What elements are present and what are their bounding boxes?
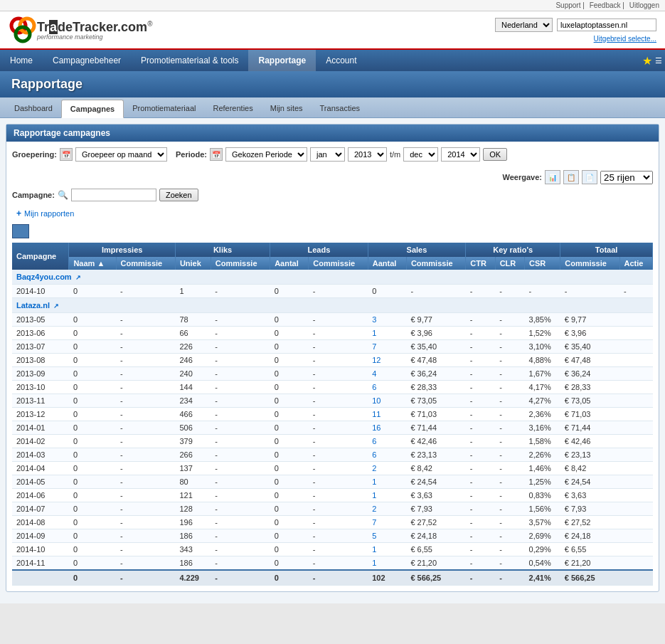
sale-link[interactable]: 5 xyxy=(372,532,376,540)
nav-extra-icon[interactable]: ☰ xyxy=(655,56,662,65)
rapportage-card: Rapportage campagnes Groepering: 📅 Groep… xyxy=(6,124,659,592)
zoeken-button[interactable]: Zoeken xyxy=(159,189,198,201)
weergave-icon-3[interactable]: 📄 xyxy=(582,170,597,184)
cell-clr: - xyxy=(495,394,524,408)
nav-promotiemateriaal[interactable]: Promotiemateriaal & tools xyxy=(131,50,248,71)
cell-lead-aantal: 0 xyxy=(270,516,309,529)
sale-link[interactable]: 10 xyxy=(372,396,381,405)
sale-link[interactable]: 2 xyxy=(372,464,376,473)
sale-link[interactable]: 1 xyxy=(372,477,376,486)
nav-home[interactable]: Home xyxy=(0,50,43,71)
mijn-rapporten[interactable]: + Mijn rapporten xyxy=(12,206,653,221)
external-link-icon[interactable]: ↗ xyxy=(53,302,59,310)
sale-link[interactable]: 12 xyxy=(372,356,381,364)
cell-ctr: - xyxy=(466,340,495,354)
support-link[interactable]: Support xyxy=(555,1,580,9)
cell-imp-aantal: 0 xyxy=(69,462,116,475)
campaign-link[interactable]: Baqz4you.com xyxy=(16,273,72,281)
cell-clr: - xyxy=(495,516,524,529)
sh-lead-aantal: Aantal xyxy=(270,257,309,270)
cell-actie xyxy=(619,448,652,462)
groepering-select[interactable]: Groepeer op maand Groepeer op week Groep… xyxy=(75,147,167,162)
cell-ctr: - xyxy=(466,502,495,516)
from-month-select[interactable]: janfebmrtapr meijunjulaug sepoktnovdec xyxy=(310,147,345,162)
nav-account[interactable]: Account xyxy=(316,50,366,71)
tab-transacties[interactable]: Transacties xyxy=(312,100,368,117)
sale-link[interactable]: 1 xyxy=(372,545,376,554)
sale-link[interactable]: 6 xyxy=(372,383,376,391)
to-year-select[interactable]: 20132014 xyxy=(441,147,480,162)
sale-link[interactable]: 1 xyxy=(372,491,376,500)
cell-totaal-comm: € 28,33 xyxy=(560,381,619,394)
cell-imp-aantal: 0 xyxy=(69,543,116,556)
cell-period: 2014-09 xyxy=(12,529,69,543)
nav-rapportage[interactable]: Rapportage xyxy=(248,50,316,71)
cell-period: 2013-11 xyxy=(12,394,69,408)
cell-lead-comm: - xyxy=(309,421,368,435)
cell-ctr: - xyxy=(466,556,495,571)
tab-dashboard[interactable]: Dashboard xyxy=(6,100,61,117)
cell-clr: - xyxy=(495,421,524,435)
tab-referenties[interactable]: Referenties xyxy=(204,100,261,117)
cell-csr: 1,67% xyxy=(525,367,560,381)
weergave-icon-1[interactable]: 📊 xyxy=(545,170,560,184)
weergave-icon-2[interactable]: 📋 xyxy=(563,170,579,184)
feedback-link[interactable]: Feedback xyxy=(590,1,621,9)
table-row: 2013-11 0 - 234 - 0 - 10 € 73,05 - - 4,2… xyxy=(12,394,653,408)
cell-lead-aantal: 0 xyxy=(270,502,309,516)
sale-link[interactable]: 1 xyxy=(372,329,376,337)
cell-clr: - xyxy=(495,475,524,489)
cell-klik-uniek: 506 xyxy=(175,421,211,435)
nav-campagnebeheer[interactable]: Campagnebeheer xyxy=(43,50,131,71)
sale-link[interactable]: 7 xyxy=(372,518,376,527)
uitloggen-link[interactable]: Uitloggen xyxy=(629,1,659,9)
logo-area: TradeTracker.com® performance marketing xyxy=(9,16,153,44)
tab-campagnes[interactable]: Campagnes xyxy=(61,100,124,118)
cell-ctr: - xyxy=(466,394,495,408)
campagne-input[interactable] xyxy=(71,189,156,201)
sale-link[interactable]: 6 xyxy=(372,437,376,445)
cell-clr: - xyxy=(495,489,524,502)
table-view-icon[interactable] xyxy=(12,224,29,238)
country-select[interactable]: Nederland xyxy=(495,18,553,32)
ok-button[interactable]: OK xyxy=(483,148,507,161)
cell-klik-comm: - xyxy=(211,381,270,394)
cell-csr: 0,54% xyxy=(525,556,560,571)
campaign-header-row: Baqz4you.com ↗ xyxy=(12,270,653,285)
sale-link[interactable]: 1 xyxy=(372,559,376,567)
star-icon[interactable]: ★ xyxy=(642,54,652,68)
tab-promotiemateriaal[interactable]: Promotiemateriaal xyxy=(124,100,204,117)
sh-lead-commissie: Commissie xyxy=(309,257,368,270)
cell-klik-comm: - xyxy=(211,475,270,489)
rows-select[interactable]: 25 rijen 50 rijen 100 rijen xyxy=(600,171,653,184)
tab-mijn-sites[interactable]: Mijn sites xyxy=(262,100,312,117)
campaign-link[interactable]: Lataza.nl xyxy=(16,301,50,310)
cell-imp-comm: - xyxy=(116,367,175,381)
sale-link[interactable]: 11 xyxy=(372,410,381,418)
sale-link[interactable]: 2 xyxy=(372,505,376,513)
external-link-icon[interactable]: ↗ xyxy=(75,274,81,281)
weergave-group: Weergave: 📊 📋 📄 25 rijen 50 rijen 100 ri… xyxy=(503,170,653,184)
cell-lead-comm: - xyxy=(309,475,368,489)
from-year-select[interactable]: 20132014 xyxy=(348,147,387,162)
cell-klik-comm: - xyxy=(211,516,270,529)
cell-klik-uniek: 137 xyxy=(175,462,211,475)
periode-select[interactable]: Gekozen Periode xyxy=(225,147,307,162)
table-row: 2014-01 0 - 506 - 0 - 16 € 71,44 - - 3,1… xyxy=(12,421,653,435)
cell-sale-aantal: 1 xyxy=(368,543,406,556)
uitgebreid-link[interactable]: Uitgebreid selecte... xyxy=(594,35,656,43)
sh-naam[interactable]: Naam ▲ xyxy=(69,257,116,270)
cell-sale-comm: € 71,03 xyxy=(406,408,465,421)
logo-brand: TradeTracker.com® xyxy=(37,20,153,35)
sale-link[interactable]: 6 xyxy=(372,450,376,459)
cell-imp-aantal: 0 xyxy=(69,502,116,516)
header-controls: Nederland xyxy=(495,18,656,32)
to-month-select[interactable]: janfebmrtapr meijunjulaug sepoktnovdec xyxy=(403,147,438,162)
total-totaal-comm: € 566,25 xyxy=(560,570,619,586)
sale-link[interactable]: 16 xyxy=(372,423,381,432)
sale-link[interactable]: 4 xyxy=(372,369,376,378)
cell-period: 2014-11 xyxy=(12,556,69,571)
sale-link[interactable]: 3 xyxy=(372,315,376,324)
sale-link[interactable]: 7 xyxy=(372,342,376,351)
site-input[interactable] xyxy=(557,19,656,31)
